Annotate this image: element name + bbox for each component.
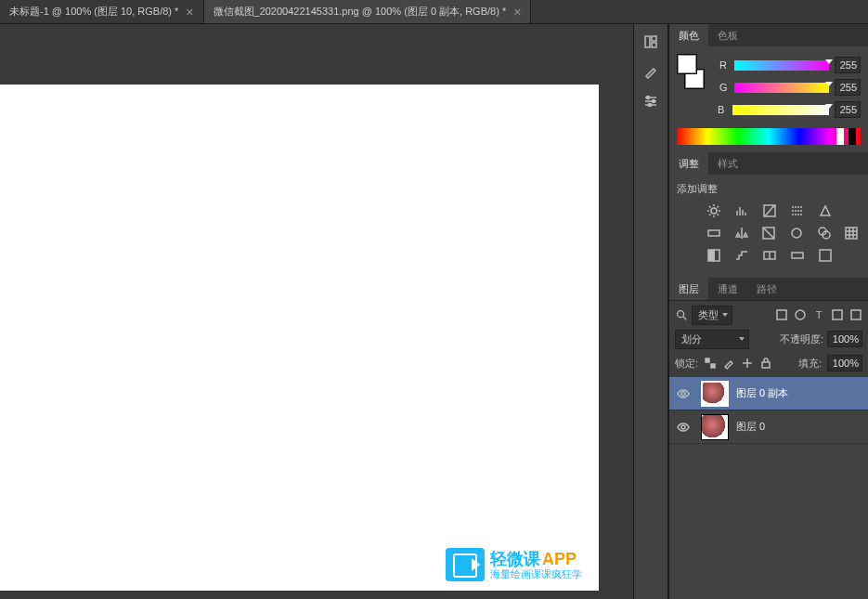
- svg-rect-25: [711, 364, 715, 368]
- svg-point-10: [792, 228, 801, 238]
- g-slider[interactable]: [734, 83, 829, 93]
- r-label: R: [719, 59, 729, 71]
- invert-icon[interactable]: [705, 248, 723, 263]
- vertical-tool-strip: [633, 24, 668, 599]
- foreground-swatch[interactable]: [677, 54, 697, 74]
- brightness-icon[interactable]: [705, 203, 723, 218]
- color-spectrum[interactable]: [677, 128, 861, 145]
- layer-name[interactable]: 图层 0: [736, 420, 765, 434]
- close-icon[interactable]: ×: [513, 5, 521, 20]
- vibrance-icon[interactable]: [816, 203, 835, 218]
- filter-shape-icon[interactable]: [831, 308, 844, 321]
- b-value[interactable]: [835, 101, 861, 118]
- doc-tab-label: 未标题-1 @ 100% (图层 10, RGB/8) *: [9, 5, 178, 19]
- layer-item[interactable]: 图层 0: [669, 410, 868, 444]
- r-slider[interactable]: [734, 60, 829, 71]
- canvas-area[interactable]: 轻微课 APP 海量绘画课课疯狂学: [0, 24, 633, 599]
- tab-color[interactable]: 颜色: [669, 24, 708, 46]
- filter-type-dropdown[interactable]: 类型: [692, 306, 732, 325]
- gradient-map-icon[interactable]: [788, 248, 807, 263]
- tab-adjustments[interactable]: 调整: [669, 152, 708, 175]
- opacity-value[interactable]: [827, 331, 862, 347]
- lut-icon[interactable]: [842, 226, 861, 241]
- fill-value[interactable]: [827, 355, 862, 371]
- watermark: 轻微课 APP 海量绘画课课疯狂学: [446, 548, 582, 581]
- g-value[interactable]: [835, 79, 861, 96]
- visibility-toggle[interactable]: [673, 420, 693, 435]
- fill-label: 填充:: [798, 357, 822, 371]
- opacity-label: 不透明度:: [780, 332, 823, 346]
- r-value[interactable]: [835, 57, 861, 73]
- b-slider[interactable]: [732, 105, 829, 115]
- svg-rect-22: [833, 310, 842, 319]
- svg-rect-26: [762, 362, 770, 368]
- svg-rect-1: [652, 36, 656, 41]
- tab-swatches[interactable]: 色板: [708, 24, 747, 46]
- exposure-icon[interactable]: [788, 203, 807, 218]
- balance-icon[interactable]: [732, 226, 751, 241]
- visibility-toggle[interactable]: [673, 386, 693, 401]
- channel-mixer-icon[interactable]: [815, 226, 834, 241]
- watermark-suffix: APP: [542, 551, 577, 567]
- lock-label: 锁定:: [675, 357, 698, 371]
- svg-rect-17: [792, 253, 803, 258]
- filter-adjust-icon[interactable]: [794, 308, 807, 321]
- svg-rect-18: [820, 250, 831, 261]
- layer-item[interactable]: 图层 0 副本: [669, 377, 868, 410]
- adjustments-panel: 添加调整: [669, 175, 868, 278]
- watermark-subtitle: 海量绘画课课疯狂学: [490, 569, 582, 579]
- threshold-icon[interactable]: [760, 248, 779, 263]
- lock-all-icon[interactable]: [759, 357, 772, 370]
- doc-tab-1[interactable]: 未标题-1 @ 100% (图层 10, RGB/8) * ×: [0, 0, 204, 23]
- lock-transparency-icon[interactable]: [704, 357, 717, 370]
- svg-rect-23: [851, 310, 861, 319]
- search-icon[interactable]: [675, 308, 688, 321]
- filter-smart-icon[interactable]: [849, 308, 862, 321]
- curves-icon[interactable]: [760, 203, 779, 218]
- bw-icon[interactable]: [759, 226, 778, 241]
- posterize-icon[interactable]: [732, 248, 751, 263]
- color-panel-tabs: 颜色 色板: [669, 24, 868, 46]
- layers-panel-tabs: 图层 通道 路径: [669, 278, 868, 300]
- svg-rect-0: [645, 36, 650, 47]
- svg-rect-13: [846, 228, 857, 239]
- right-panels: 颜色 色板 R G: [668, 24, 868, 599]
- tab-paths[interactable]: 路径: [747, 278, 786, 300]
- svg-point-27: [681, 392, 685, 396]
- b-label: B: [718, 104, 727, 115]
- tab-layers[interactable]: 图层: [669, 278, 708, 300]
- hue-icon[interactable]: [705, 226, 723, 241]
- lock-position-icon[interactable]: [741, 357, 754, 370]
- photo-filter-icon[interactable]: [787, 226, 806, 241]
- canvas[interactable]: 轻微课 APP 海量绘画课课疯狂学: [0, 85, 599, 591]
- filter-text-icon[interactable]: T: [812, 308, 825, 321]
- layer-thumbnail[interactable]: [701, 381, 729, 407]
- blend-mode-dropdown[interactable]: 划分: [675, 330, 749, 349]
- brush-preset-icon[interactable]: [641, 61, 661, 82]
- filter-pixel-icon[interactable]: [775, 308, 788, 321]
- svg-rect-14: [708, 250, 714, 261]
- lock-paint-icon[interactable]: [722, 357, 735, 370]
- svg-rect-2: [652, 43, 656, 47]
- svg-rect-20: [777, 310, 786, 319]
- fg-bg-swatches[interactable]: [677, 54, 714, 89]
- add-adjustment-label: 添加调整: [677, 182, 861, 196]
- svg-point-3: [647, 97, 650, 99]
- layers-list: 图层 0 副本 图层 0: [669, 377, 868, 599]
- svg-rect-15: [714, 250, 719, 261]
- color-panel: R G B: [669, 46, 868, 152]
- doc-tab-2[interactable]: 微信截图_20200422145331.png @ 100% (图层 0 副本,…: [204, 0, 532, 23]
- layer-thumbnail[interactable]: [701, 414, 729, 440]
- layer-name[interactable]: 图层 0 副本: [736, 386, 788, 400]
- tab-channels[interactable]: 通道: [708, 278, 747, 300]
- settings-sliders-icon[interactable]: [641, 91, 661, 111]
- tab-styles[interactable]: 样式: [708, 152, 747, 175]
- doc-tab-label: 微信截图_20200422145331.png @ 100% (图层 0 副本,…: [214, 5, 507, 19]
- svg-point-28: [681, 425, 685, 429]
- close-icon[interactable]: ×: [186, 5, 193, 20]
- watermark-title: 轻微课: [490, 551, 540, 567]
- g-label: G: [719, 82, 729, 93]
- selective-color-icon[interactable]: [816, 248, 835, 263]
- arrange-icon[interactable]: [641, 32, 661, 52]
- levels-icon[interactable]: [732, 203, 751, 218]
